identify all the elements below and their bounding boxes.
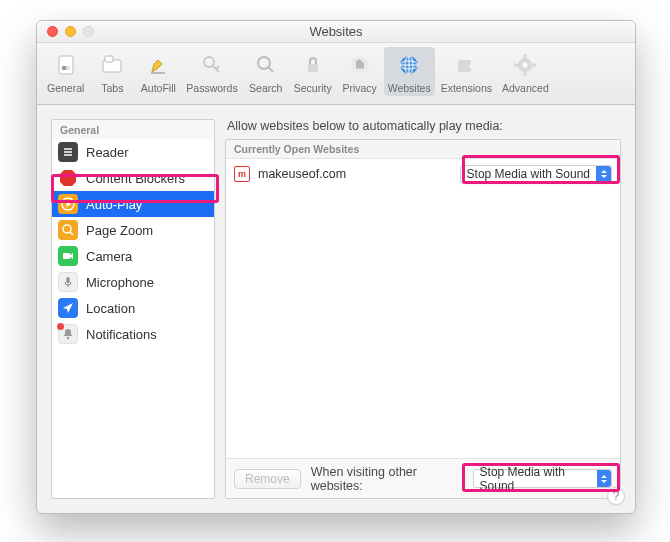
zoom-icon-small [58, 220, 78, 240]
svg-rect-32 [67, 277, 70, 283]
default-setting-label: Stop Media with Sound [474, 465, 598, 493]
svg-rect-4 [105, 56, 113, 62]
tab-search[interactable]: Search [244, 47, 288, 96]
tab-extensions[interactable]: Extensions [437, 47, 496, 96]
svg-rect-30 [63, 253, 70, 259]
tab-autofill[interactable]: AutoFill [136, 47, 180, 96]
other-websites-label: When visiting other websites: [311, 465, 459, 493]
svg-rect-5 [151, 72, 165, 74]
websites-panel: Currently Open Websites m makeuseof.com … [225, 139, 621, 499]
pencil-icon [144, 49, 172, 81]
sidebar-item-page-zoom[interactable]: Page Zoom [52, 217, 214, 243]
sidebar-header: General [52, 120, 214, 139]
sidebar-item-label: Notifications [86, 327, 157, 342]
content-area: General Reader Content Blockers Auto-Pla… [37, 105, 635, 513]
lock-icon [299, 49, 327, 81]
svg-point-2 [61, 66, 66, 71]
gear-icon [511, 49, 539, 81]
svg-point-35 [67, 337, 69, 339]
sidebar: General Reader Content Blockers Auto-Pla… [51, 119, 215, 499]
toolbar: General Tabs AutoFill Passwords Search [37, 43, 635, 105]
favicon-icon: m [234, 166, 250, 182]
tab-tabs[interactable]: Tabs [90, 47, 134, 96]
tab-passwords[interactable]: Passwords [182, 47, 241, 96]
microphone-icon [58, 272, 78, 292]
svg-line-29 [70, 232, 73, 235]
tab-security[interactable]: Security [290, 47, 336, 96]
remove-button[interactable]: Remove [234, 469, 301, 489]
svg-marker-34 [63, 303, 73, 313]
sidebar-item-auto-play[interactable]: Auto-Play [52, 191, 214, 217]
key-icon [198, 49, 226, 81]
row-setting-label: Stop Media with Sound [461, 167, 596, 181]
sidebar-item-label: Camera [86, 249, 132, 264]
sidebar-item-microphone[interactable]: Microphone [52, 269, 214, 295]
svg-rect-0 [59, 56, 73, 74]
help-button[interactable]: ? [607, 487, 625, 505]
row-setting-select[interactable]: Stop Media with Sound [460, 165, 612, 184]
tab-websites[interactable]: Websites [384, 47, 435, 96]
empty-space [226, 189, 620, 458]
sidebar-item-label: Page Zoom [86, 223, 153, 238]
switch-icon [52, 49, 80, 81]
sidebar-item-label: Microphone [86, 275, 154, 290]
svg-marker-27 [67, 201, 72, 207]
sidebar-item-label: Auto-Play [86, 197, 142, 212]
tab-general[interactable]: General [43, 47, 88, 96]
titlebar: Websites [37, 21, 635, 43]
main-pane: Allow websites below to automatically pl… [225, 119, 621, 499]
sidebar-item-reader[interactable]: Reader [52, 139, 214, 165]
preferences-window: Websites General Tabs AutoFill Passwords [36, 20, 636, 514]
tabs-icon [98, 49, 126, 81]
hand-icon [346, 49, 374, 81]
panel-footer: Remove When visiting other websites: Sto… [226, 458, 620, 498]
website-url: makeuseof.com [258, 167, 452, 181]
svg-marker-31 [70, 253, 73, 259]
stepper-icon [596, 166, 611, 183]
stop-icon [58, 168, 78, 188]
camera-icon [58, 246, 78, 266]
svg-point-17 [523, 63, 528, 68]
sidebar-item-notifications[interactable]: Notifications [52, 321, 214, 347]
sidebar-item-label: Content Blockers [86, 171, 185, 186]
svg-rect-9 [308, 64, 318, 72]
search-icon [252, 49, 280, 81]
play-icon [58, 194, 78, 214]
sidebar-item-label: Location [86, 301, 135, 316]
tab-privacy[interactable]: Privacy [338, 47, 382, 96]
sidebar-item-camera[interactable]: Camera [52, 243, 214, 269]
window-title: Websites [37, 24, 635, 39]
tab-advanced[interactable]: Advanced [498, 47, 553, 96]
sidebar-item-content-blockers[interactable]: Content Blockers [52, 165, 214, 191]
reader-icon [58, 142, 78, 162]
svg-point-10 [351, 56, 369, 74]
column-header: Currently Open Websites [226, 140, 620, 159]
sidebar-item-label: Reader [86, 145, 129, 160]
svg-line-8 [268, 67, 273, 72]
pane-description: Allow websites below to automatically pl… [227, 119, 621, 133]
svg-point-28 [63, 225, 71, 233]
notification-badge [57, 323, 64, 330]
website-row[interactable]: m makeuseof.com Stop Media with Sound [226, 159, 620, 189]
default-setting-select[interactable]: Stop Media with Sound [473, 469, 612, 488]
svg-marker-25 [60, 170, 76, 186]
puzzle-icon [452, 49, 480, 81]
stepper-icon [597, 470, 611, 487]
globe-icon [395, 49, 423, 81]
location-icon [58, 298, 78, 318]
sidebar-item-location[interactable]: Location [52, 295, 214, 321]
